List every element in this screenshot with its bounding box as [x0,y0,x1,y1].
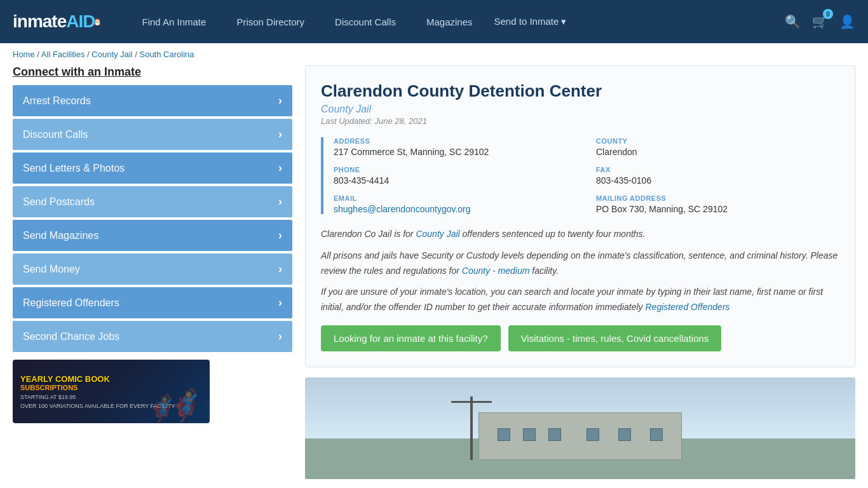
fax-block: FAX 803-435-0106 [596,166,839,186]
address-value: 217 Commerce St, Manning, SC 29102 [334,147,577,157]
main-layout: Connect with an Inmate Arrest Records › … [0,65,868,479]
county-block: COUNTY Clarendon [596,137,839,157]
nav-find-inmate[interactable]: Find An Inmate [126,17,221,27]
email-block: EMAIL shughes@clarendoncountygov.org [334,194,577,214]
facility-photo [305,377,855,479]
registered-offenders-link[interactable]: Registered Offenders [645,302,729,312]
chevron-right-icon: › [278,229,282,242]
phone-block: PHONE 803-435-4414 [334,166,577,186]
facility-card: Clarendon County Detention Center County… [305,65,855,367]
sidebar-item-arrest-records[interactable]: Arrest Records › [13,85,292,116]
facility-type: County Jail [321,104,839,115]
sidebar-item-label: Send Letters & Photos [23,163,125,174]
sidebar-item-label: Send Postcards [23,196,95,208]
chevron-right-icon: › [278,296,282,309]
nav-send-to-inmate[interactable]: Send to Inmate ▾ [488,16,573,27]
cart-icon[interactable]: 🛒 0 [812,14,828,29]
sidebar-item-registered-offenders[interactable]: Registered Offenders › [13,287,292,318]
breadcrumb-home[interactable]: Home [13,50,35,59]
chevron-right-icon: › [278,195,282,208]
sidebar-item-send-postcards[interactable]: Send Postcards › [13,186,292,217]
sidebar-item-label: Discount Calls [23,129,88,140]
search-icon[interactable]: 🔍 [785,14,801,29]
facility-desc3: If you are unsure of your inmate's locat… [321,285,839,315]
phone-value: 803-435-4414 [334,175,577,186]
nav-prison-directory[interactable]: Prison Directory [221,17,320,27]
action-buttons: Looking for an inmate at this facility? … [321,325,839,351]
address-block: ADDRESS 217 Commerce St, Manning, SC 291… [334,137,577,157]
mailing-value: PO Box 730, Manning, SC 29102 [596,204,839,214]
phone-label: PHONE [334,166,577,173]
ad-title: YEARLY COMIC BOOK [20,374,202,384]
sidebar: Connect with an Inmate Arrest Records › … [13,65,292,479]
breadcrumb-all-facilities[interactable]: All Facilities [41,50,85,59]
fax-value: 803-435-0106 [596,175,839,186]
chevron-right-icon: › [278,262,282,276]
facility-desc2: All prisons and jails have Security or C… [321,248,839,279]
sidebar-item-send-magazines[interactable]: Send Magazines › [13,220,292,251]
address-label: ADDRESS [334,137,577,145]
sidebar-item-send-letters[interactable]: Send Letters & Photos › [13,152,292,184]
chevron-right-icon: › [278,128,282,141]
cart-badge: 0 [823,9,833,19]
county-value: Clarendon [596,147,839,157]
county-jail-link[interactable]: County Jail [416,229,459,239]
nav-discount-calls[interactable]: Discount Calls [320,17,411,27]
sidebar-item-label: Send Magazines [23,230,98,241]
main-nav: Find An Inmate Prison Directory Discount… [126,16,785,27]
facility-content: Clarendon County Detention Center County… [305,65,855,479]
fax-label: FAX [596,166,839,173]
sidebar-item-label: Arrest Records [23,95,91,107]
visitations-button[interactable]: Visitations - times, rules, Covid cancel… [508,325,722,351]
breadcrumb: Home / All Facilities / County Jail / So… [0,43,868,65]
header-icons: 🔍 🛒 0 👤 [785,14,855,29]
facility-image [305,377,855,479]
connect-title: Connect with an Inmate [13,65,292,79]
mailing-label: MAILING ADDRESS [596,194,839,202]
sidebar-item-label: Registered Offenders [23,297,119,309]
nav-magazines[interactable]: Magazines [411,17,488,27]
facility-info-grid: ADDRESS 217 Commerce St, Manning, SC 291… [321,137,839,214]
breadcrumb-county-jail[interactable]: County Jail [92,50,132,59]
user-icon[interactable]: 👤 [839,14,855,29]
site-header: inmateAID🎅 Find An Inmate Prison Directo… [0,0,868,43]
county-label: COUNTY [596,137,839,145]
chevron-right-icon: › [278,94,282,107]
ad-banner[interactable]: YEARLY COMIC BOOK SUBSCRIPTIONS STARTING… [13,360,210,423]
sidebar-item-discount-calls[interactable]: Discount Calls › [13,119,292,150]
mailing-block: MAILING ADDRESS PO Box 730, Manning, SC … [596,194,839,214]
breadcrumb-state[interactable]: South Carolina [139,50,194,59]
logo[interactable]: inmateAID🎅 [13,11,101,32]
sidebar-item-label: Send Money [23,264,80,275]
find-inmate-button[interactable]: Looking for an inmate at this facility? [321,325,501,351]
chevron-right-icon: › [278,330,282,343]
sidebar-item-second-chance-jobs[interactable]: Second Chance Jobs › [13,321,292,352]
sidebar-item-label: Second Chance Jobs [23,331,119,342]
email-value: shughes@clarendoncountygov.org [334,204,577,214]
facility-desc1: Clarendon Co Jail is for County Jail off… [321,227,839,242]
chevron-right-icon: › [278,161,282,175]
sidebar-item-send-money[interactable]: Send Money › [13,254,292,285]
county-medium-link[interactable]: County - medium [462,266,530,276]
email-label: EMAIL [334,194,577,202]
last-updated: Last Updated: June 28, 2021 [321,116,839,126]
facility-name: Clarendon County Detention Center [321,81,839,101]
